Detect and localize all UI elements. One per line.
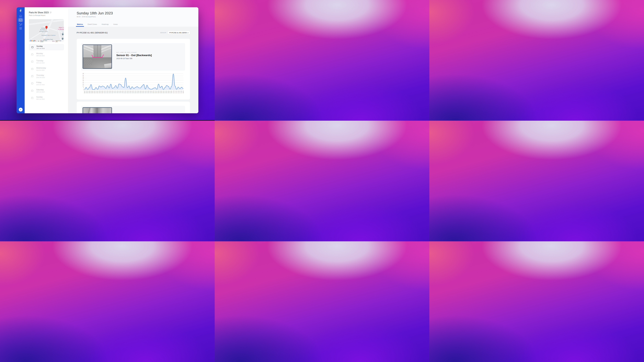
- day-date: 19th Jun 2023: [36, 55, 44, 56]
- svg-text:13:50: 13:50: [142, 91, 143, 93]
- location-map[interactable]: Aéroport de Paris-Le Bourget (LBG) Hôtel…: [29, 19, 64, 42]
- map-road: [29, 19, 64, 26]
- svg-text:09:10: 09:10: [96, 91, 97, 93]
- svg-text:15:10: 15:10: [154, 91, 156, 93]
- svg-text:13:00: 13:00: [133, 91, 134, 93]
- map-label-edge: D: [62, 32, 64, 33]
- keyboard-icon[interactable]: [38, 41, 39, 42]
- svg-text:12:20: 12:20: [127, 91, 128, 93]
- svg-text:15:40: 15:40: [160, 91, 161, 93]
- home-icon: [19, 14, 22, 17]
- svg-text:18:00: 18:00: [183, 91, 184, 93]
- project-title: Paris Air Show 2023: [29, 11, 48, 14]
- svg-text:5: 5: [83, 87, 84, 88]
- svg-text:17:20: 17:20: [176, 91, 177, 93]
- chevron-down-icon: [187, 31, 189, 34]
- day-date: 18th Jun 2023: [36, 48, 45, 49]
- day-item-wednesday-3[interactable]: Wednesday21st Jun 2023: [29, 66, 64, 72]
- day-item-sunday-0[interactable]: Sunday18th Jun 2023: [29, 44, 64, 50]
- svg-text:14:50: 14:50: [151, 91, 152, 93]
- main-header: Sunday 18th Jun 2023 08:00 - 18:00 (Euro…: [68, 7, 198, 27]
- map-label-flightsafety: Flightsafety Paris: [43, 38, 57, 40]
- map-terms-link[interactable]: Terms: [52, 41, 55, 41]
- svg-text:15:00: 15:00: [153, 91, 154, 93]
- day-item-thursday-4[interactable]: Thursday22nd Jun 2023: [29, 73, 64, 79]
- day-name: Wednesday: [36, 67, 46, 69]
- day-name: Friday: [36, 81, 45, 84]
- calendar-icon: [31, 90, 33, 92]
- svg-text:10: 10: [83, 85, 84, 87]
- calendar-icon: [31, 82, 33, 84]
- edit-icon[interactable]: [50, 11, 52, 14]
- sensor-heading: PY-PC2SE-UL-001 (SENSOR-01): [77, 31, 160, 34]
- svg-text:12:00: 12:00: [123, 91, 124, 93]
- svg-text:10:00: 10:00: [104, 91, 105, 93]
- metric-card: XLT_LINE_IN_OUT_COUNT Sensor 01 - Out [B…: [77, 39, 190, 100]
- day-item-sunday-7[interactable]: Sunday25th Jun 2023: [29, 95, 64, 101]
- svg-text:08:30: 08:30: [89, 91, 90, 93]
- calendar-icon: [31, 61, 33, 63]
- svg-text:16:00: 16:00: [163, 91, 164, 93]
- calendar-icon: [31, 97, 33, 99]
- metric-total: 2023-06-18 Total: 836: [116, 58, 152, 59]
- svg-text:16:50: 16:50: [171, 91, 172, 93]
- svg-text:30: 30: [83, 78, 84, 79]
- svg-text:14:30: 14:30: [148, 91, 149, 93]
- map-label-hotel: Hôtel Car Le Bourget: [54, 27, 64, 30]
- day-item-monday-1[interactable]: Monday19th Jun 2023: [29, 51, 64, 57]
- svg-text:14:10: 14:10: [145, 91, 146, 93]
- sidebar-nav-home[interactable]: [19, 14, 22, 17]
- sidebar-nav-layers[interactable]: [19, 27, 22, 30]
- svg-text:11:50: 11:50: [122, 91, 123, 93]
- svg-text:11:40: 11:40: [120, 91, 121, 93]
- day-name: Tuesday: [36, 60, 44, 62]
- map-attribution: Map data ©2023 Google: [40, 40, 50, 42]
- main-content: PY-PC2SE-UL-001 (SENSOR-01) SENSOR: PY-P…: [68, 27, 198, 113]
- google-logo[interactable]: Google: [30, 40, 36, 41]
- map-report-link[interactable]: Report a map error: [56, 40, 63, 42]
- svg-text:10:20: 10:20: [107, 91, 108, 93]
- svg-text:11:20: 11:20: [117, 91, 118, 93]
- day-date: 21st Jun 2023: [36, 69, 46, 71]
- tab-metrics[interactable]: Metrics: [77, 23, 83, 25]
- tab-heatmap[interactable]: Heatmap: [102, 23, 109, 25]
- app-window: JL Paris Air Show 2023 Paris–Le Bourget …: [16, 7, 198, 113]
- svg-text:09:00: 09:00: [94, 91, 95, 93]
- svg-text:15:20: 15:20: [156, 91, 158, 93]
- svg-text:45: 45: [83, 73, 84, 74]
- tab-dwell-zones[interactable]: Dwell Zones: [87, 23, 97, 25]
- map-pin-icon: [45, 26, 48, 30]
- day-item-friday-5[interactable]: Friday23rd Jun 2023: [29, 80, 64, 86]
- day-name: Sunday: [36, 45, 45, 47]
- svg-text:16:40: 16:40: [169, 91, 170, 93]
- svg-text:16:20: 16:20: [166, 91, 167, 93]
- map-poi-pin-icon: [62, 38, 64, 40]
- svg-text:11:30: 11:30: [118, 91, 120, 93]
- user-avatar[interactable]: JL: [19, 108, 22, 111]
- svg-text:15:30: 15:30: [158, 91, 159, 93]
- icon-rail: JL: [16, 7, 25, 113]
- sidebar-nav-tools[interactable]: [19, 23, 22, 26]
- svg-text:09:40: 09:40: [100, 91, 102, 93]
- day-date: 24th Jun 2023: [36, 91, 44, 93]
- metric-type-label: XLT_LINE_IN_OUT_COUNT: [116, 51, 152, 53]
- svg-text:08:40: 08:40: [90, 91, 92, 93]
- detection-line-overlay: [83, 45, 112, 68]
- sidebar-nav-schedule[interactable]: [18, 18, 24, 22]
- sensor-select[interactable]: PY-PC2SE-UL-001 (SENSOR-(: [168, 31, 190, 34]
- metric-title: Sensor 01 - Out [Backwards]: [116, 54, 152, 57]
- svg-text:13:40: 13:40: [140, 91, 141, 93]
- tab-areas[interactable]: Areas: [113, 23, 118, 25]
- sensor-select-value: PY-PC2SE-UL-001 (SENSOR-(: [169, 32, 187, 33]
- stack-icon: [19, 27, 22, 30]
- svg-text:15:50: 15:50: [161, 91, 162, 93]
- svg-text:17:00: 17:00: [173, 91, 174, 93]
- day-item-tuesday-2[interactable]: Tuesday20th Jun 2023: [29, 58, 64, 65]
- svg-text:10:50: 10:50: [112, 91, 113, 93]
- sensor-select-label: SENSOR:: [160, 32, 167, 33]
- svg-text:08:00: 08:00: [84, 91, 85, 93]
- svg-text:10:10: 10:10: [105, 91, 106, 93]
- day-item-saturday-6[interactable]: Saturday24th Jun 2023: [29, 87, 64, 94]
- svg-text:08:50: 08:50: [92, 91, 93, 93]
- page-title: Sunday 18th Jun 2023: [77, 11, 113, 15]
